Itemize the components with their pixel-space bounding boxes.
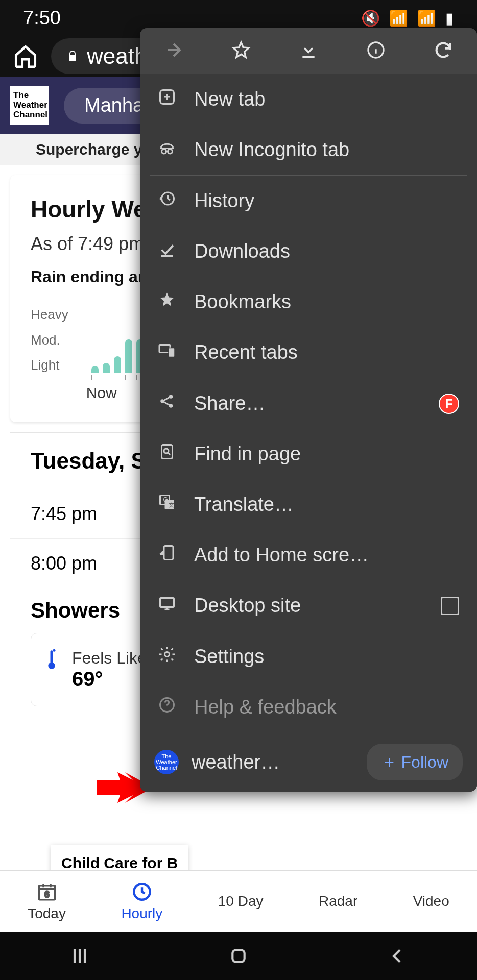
bottom-tabs: 6 Today Hourly 10 Day Radar Video <box>0 870 477 932</box>
menu-item-label: New tab <box>194 88 265 110</box>
devices-icon <box>158 341 176 364</box>
download-done-icon <box>158 240 176 263</box>
plus-icon: ＋ <box>381 751 397 773</box>
recents-icon[interactable] <box>69 946 90 966</box>
svg-text:6: 6 <box>44 890 49 898</box>
chrome-menu: New tabNew Incognito tabHistoryDownloads… <box>140 28 477 792</box>
clock-icon <box>131 881 153 902</box>
site-favicon: TheWeatherChannel <box>154 750 179 774</box>
status-icons: 🔇 📶 📶 ▮ <box>361 9 454 27</box>
svg-rect-7 <box>232 950 244 962</box>
ad-title: Child Care for B <box>61 854 178 872</box>
tab-today[interactable]: 6 Today <box>28 881 66 922</box>
thermometer-icon <box>46 649 57 669</box>
mute-icon: 🔇 <box>361 9 380 27</box>
svg-rect-14 <box>169 348 175 357</box>
menu-item-label: Add to Home scre… <box>194 544 369 566</box>
home-nav-icon[interactable] <box>228 946 249 966</box>
share-app-badge: F <box>439 394 459 414</box>
star-filled-icon <box>158 290 176 313</box>
incognito-icon <box>158 138 176 161</box>
menu-item-history[interactable]: History <box>140 176 477 226</box>
svg-rect-18 <box>162 445 173 459</box>
menu-item-label: Settings <box>194 646 264 668</box>
menu-item-label: Desktop site <box>194 595 301 617</box>
gear-icon <box>158 645 176 668</box>
menu-item-settings[interactable]: Settings <box>140 631 477 682</box>
add-home-icon <box>158 544 176 567</box>
chart-bar <box>114 356 121 373</box>
menu-item-label: Translate… <box>194 494 294 516</box>
feels-label: Feels Like <box>72 649 147 668</box>
site-name: weather… <box>192 751 354 773</box>
menu-toolbar <box>140 28 477 74</box>
desktop-icon <box>158 594 176 617</box>
menu-item-recent-tabs[interactable]: Recent tabs <box>140 327 477 378</box>
signal-icon: 📶 <box>417 9 436 27</box>
svg-rect-24 <box>164 546 173 560</box>
refresh-button[interactable] <box>433 40 454 62</box>
svg-point-11 <box>168 149 173 154</box>
menu-item-downloads[interactable]: Downloads <box>140 226 477 277</box>
menu-item-add-to-home-scre[interactable]: Add to Home scre… <box>140 530 477 580</box>
lock-icon <box>66 48 79 64</box>
menu-item-desktop-site[interactable]: Desktop site <box>140 580 477 631</box>
tab-video[interactable]: Video <box>413 893 449 910</box>
svg-rect-25 <box>160 598 174 607</box>
svg-point-10 <box>162 149 166 154</box>
menu-item-find-in-page[interactable]: Find in page <box>140 429 477 479</box>
menu-item-label: History <box>194 190 254 212</box>
hour-time: 8:00 pm <box>31 553 117 574</box>
feels-value: 69° <box>72 668 147 691</box>
menu-item-new-incognito-tab[interactable]: New Incognito tab <box>140 125 477 175</box>
desktop-site-checkbox[interactable] <box>441 597 459 615</box>
svg-rect-1 <box>51 650 53 664</box>
svg-point-2 <box>53 649 56 652</box>
info-button[interactable] <box>366 40 386 62</box>
chart-bar <box>125 339 132 373</box>
translate-icon: G文 <box>158 493 176 516</box>
twc-logo[interactable]: The Weather Channel <box>10 86 49 125</box>
chart-bar <box>91 366 99 373</box>
find-icon <box>158 443 176 465</box>
tab-radar[interactable]: Radar <box>319 893 357 910</box>
hour-time: 7:45 pm <box>31 503 117 525</box>
menu-item-share[interactable]: Share…F <box>140 378 477 429</box>
calendar-icon: 6 <box>36 881 58 902</box>
bookmark-button[interactable] <box>231 40 251 62</box>
chart-bar <box>103 363 110 373</box>
menu-item-bookmarks[interactable]: Bookmarks <box>140 277 477 327</box>
battery-icon: ▮ <box>445 9 454 27</box>
forward-button[interactable] <box>163 40 184 62</box>
menu-item-label: Help & feedback <box>194 696 337 718</box>
clock: 7:50 <box>23 7 61 29</box>
svg-point-26 <box>165 652 170 657</box>
download-button[interactable] <box>298 40 319 62</box>
follow-button[interactable]: ＋ Follow <box>367 744 463 780</box>
svg-text:G: G <box>163 496 168 503</box>
back-icon[interactable] <box>387 946 408 966</box>
menu-item-new-tab[interactable]: New tab <box>140 74 477 125</box>
menu-item-label: New Incognito tab <box>194 139 349 161</box>
menu-item-help-feedback[interactable]: Help & feedback <box>140 682 477 732</box>
chart-ylabels: Heavy Mod. Light <box>31 307 68 373</box>
menu-item-translate[interactable]: G文Translate… <box>140 479 477 530</box>
tab-10day[interactable]: 10 Day <box>218 893 264 910</box>
menu-item-label: Bookmarks <box>194 291 291 313</box>
menu-item-label: Recent tabs <box>194 341 298 363</box>
wifi-icon: 📶 <box>389 9 408 27</box>
help-icon <box>158 696 176 719</box>
tab-hourly[interactable]: Hourly <box>121 881 162 922</box>
plus-box-icon <box>158 88 176 111</box>
menu-footer: TheWeatherChannel weather… ＋ Follow <box>140 732 477 792</box>
share-icon <box>158 392 176 415</box>
android-nav <box>0 932 477 980</box>
history-icon <box>158 189 176 212</box>
svg-text:文: 文 <box>169 502 174 508</box>
menu-item-label: Find in page <box>194 443 301 465</box>
menu-item-label: Share… <box>194 393 265 414</box>
home-icon[interactable] <box>13 43 38 69</box>
menu-item-label: Downloads <box>194 240 290 262</box>
